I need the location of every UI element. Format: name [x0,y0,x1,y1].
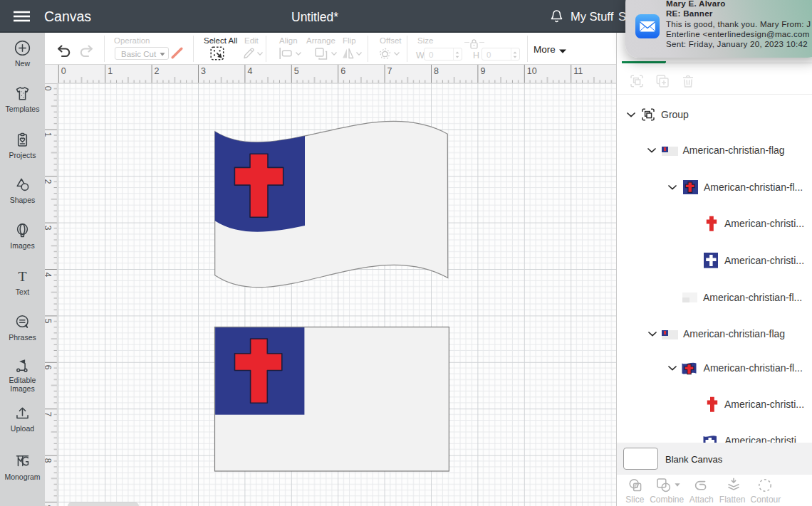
svg-text:T: T [18,268,26,284]
